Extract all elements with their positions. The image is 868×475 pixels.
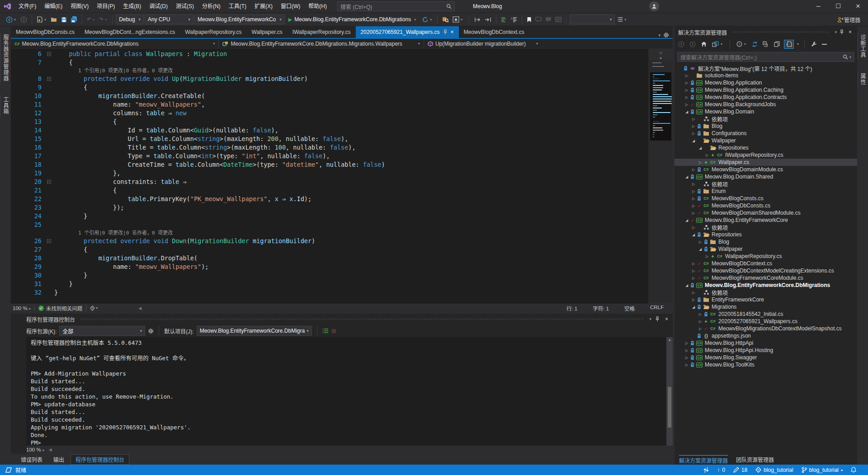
menu-item[interactable]: 分析(N)	[198, 3, 225, 9]
fold-collapse-icon[interactable]: −	[47, 180, 51, 184]
codelens-indicator[interactable]: 1 个引用|0 项更改|0 名作者，0 项更改	[11, 229, 648, 237]
code-cleanup-icon[interactable]	[90, 306, 95, 311]
chevron-expanded-icon[interactable]: ◢	[698, 247, 703, 251]
se-properties-button[interactable]	[810, 40, 818, 49]
toggle-outline-button[interactable]	[554, 14, 563, 25]
tree-item[interactable]: ▷依赖项	[675, 224, 857, 231]
chevron-right-icon[interactable]: ▷	[698, 240, 703, 244]
tree-item[interactable]: ▷依赖项	[675, 115, 857, 122]
menu-item[interactable]: 窗口(W)	[277, 3, 304, 9]
close-button[interactable]: ✕	[848, 0, 868, 13]
scroll-up-icon[interactable]: ▲	[659, 56, 662, 59]
chevron-expanded-icon[interactable]: ◢	[684, 110, 689, 114]
chevron-right-icon[interactable]: ▷	[684, 74, 689, 78]
line-ending[interactable]: CRLF	[650, 305, 664, 312]
code-line[interactable]: 10 migrationBuilder.CreateTable(	[11, 92, 648, 100]
chevron-expanded-icon[interactable]: ◢	[691, 305, 696, 309]
chevron-expanded-icon[interactable]: ◢	[698, 146, 703, 150]
account-avatar[interactable]	[649, 1, 659, 11]
code-line[interactable]: 20− constraints: table ⇒	[11, 178, 648, 186]
se-position-dropdown-icon[interactable]: ▾	[835, 30, 837, 34]
document-options-gear-icon[interactable]	[663, 32, 669, 38]
tree-item[interactable]: ▷✓C#MeowvBlogDomainSharedModule.cs	[675, 209, 857, 216]
document-tab[interactable]: Wallpaper.cs	[247, 26, 288, 38]
sidebar-tab-properties[interactable]: 属性	[858, 71, 868, 87]
chevron-right-icon[interactable]: ▷	[684, 88, 689, 92]
chevron-right-icon[interactable]: ▷	[684, 95, 689, 99]
tree-item[interactable]: ▷✓C#Meowv.Blog.BackgroundJobs	[675, 101, 857, 108]
breadcrumb-method[interactable]: Up(MigrationBuilder migrationBuilder)▾	[424, 39, 673, 48]
chevron-right-icon[interactable]: ▷	[691, 168, 696, 172]
tree-item[interactable]: ◢Repositories	[675, 231, 857, 238]
chevron-right-icon[interactable]: ▷	[691, 204, 696, 208]
fold-collapse-icon[interactable]: −	[47, 52, 51, 56]
code-line[interactable]: 24 }	[11, 212, 648, 221]
platform-dropdown[interactable]: Any CPU▾	[145, 14, 193, 24]
chevron-right-icon[interactable]: ▷	[698, 327, 703, 331]
se-pending-changes-filter-button[interactable]: ▾	[736, 40, 748, 49]
se-sync-with-active-document-button[interactable]	[784, 40, 794, 49]
hscroll-left-icon[interactable]: ◀	[138, 306, 142, 310]
chevron-right-icon[interactable]: ▷	[684, 363, 689, 367]
find-in-code-button[interactable]	[441, 14, 450, 25]
search-icon[interactable]	[446, 4, 452, 9]
tab-close-icon[interactable]: ×	[451, 29, 454, 35]
new-item-button[interactable]: ▾	[35, 14, 48, 25]
chevron-right-icon[interactable]: ▷	[691, 197, 696, 201]
panel-tab[interactable]: 错误列表	[16, 455, 47, 464]
se-close-icon[interactable]: ×	[847, 29, 854, 35]
chevron-right-icon[interactable]: ▷	[691, 117, 696, 121]
code-line[interactable]: 13 {	[11, 118, 648, 126]
tree-item[interactable]: ◢C#Meowv.Blog.Domain.Shared	[675, 173, 857, 180]
document-tab[interactable]: MeowvBlogDbCont...ngExtensions.cs	[80, 26, 180, 38]
tree-item[interactable]: ▷Blog	[675, 238, 857, 245]
code-line[interactable]: 22 table.PrimaryKey("PK_meowv_Wallpapers…	[11, 195, 648, 203]
console-scroll-thumb[interactable]	[668, 387, 671, 428]
fold-collapse-icon[interactable]: −	[47, 77, 51, 81]
chevron-expanded-icon[interactable]: ◢	[684, 175, 689, 179]
editor-scrollbar-map[interactable]: ⊹ ▲	[648, 49, 673, 304]
column-guides-button[interactable]	[466, 14, 472, 25]
pin-icon[interactable]	[655, 316, 660, 322]
git-branch-button[interactable]: blog_tutorial▴	[802, 467, 843, 473]
console-close-icon[interactable]: ×	[663, 316, 670, 322]
chevron-right-icon[interactable]: ▷	[691, 189, 696, 193]
tree-item[interactable]: ▷✓C#MeowvBlogDbContext.cs	[675, 260, 857, 267]
git-changes-button[interactable]: 18	[733, 467, 747, 473]
fold-column[interactable]: −	[47, 50, 54, 58]
empty-combo-box[interactable]: ▾	[570, 14, 615, 24]
refresh-button[interactable]: ▾	[420, 14, 434, 25]
console-zoom-dropdown[interactable]: 100 % ▾	[26, 447, 44, 452]
tree-item[interactable]: ◢✓C#Meowv.Blog.EntityFrameworkCore	[675, 216, 857, 224]
menu-item[interactable]: 视图(V)	[66, 3, 93, 9]
chevron-right-icon[interactable]: ▷	[698, 312, 703, 316]
fold-column[interactable]: −	[47, 178, 54, 186]
quick-search-box[interactable]: 搜索 (Ctrl+Q)	[337, 1, 455, 11]
se-preview-button[interactable]	[821, 40, 828, 49]
se-switch-views-button[interactable]: ▾	[711, 40, 724, 49]
chevron-right-icon[interactable]: ▷	[684, 356, 689, 360]
search-icon[interactable]	[843, 54, 848, 60]
tree-item[interactable]: ▷Blog	[675, 122, 857, 130]
chevron-right-icon[interactable]: ▷	[698, 320, 703, 324]
code-line[interactable]: 32}	[11, 288, 648, 297]
menu-item[interactable]: 调试(D)	[145, 3, 172, 9]
chevron-right-icon[interactable]: ▷	[684, 341, 689, 345]
code-line[interactable]: 6− public partial class Wallpapers : Mig…	[11, 50, 648, 58]
breadcrumb-namespace[interactable]: C# Meowv.Blog.EntityFrameworkCore.DbMigr…	[11, 39, 219, 48]
start-debug-button[interactable]: ▶ Meowv.Blog.EntityFrameworkCore.DbMigra…	[286, 14, 420, 25]
tree-item[interactable]: ∞解决方案“Meowv.Blog”(第 12 个项目，共 12 个)	[675, 65, 857, 72]
console-clear-icon[interactable]	[331, 329, 336, 334]
chevron-right-icon[interactable]: ▷	[691, 226, 696, 230]
console-list-icon[interactable]	[322, 328, 329, 334]
bookmark-button[interactable]	[525, 14, 533, 25]
panel-tab[interactable]: 输出	[49, 455, 69, 464]
console-hscroll-left-icon[interactable]: ◀	[49, 447, 52, 452]
package-settings-gear-icon[interactable]	[148, 328, 154, 334]
redo-button[interactable]: ↷▾	[98, 14, 109, 25]
chevron-right-icon[interactable]: ▷	[691, 291, 696, 295]
solution-search-box[interactable]: 搜索解决方案资源管理器(Ctrl+;) ▾	[677, 52, 854, 62]
tree-item[interactable]: ▷✓C#MeowvBlogDbContextModelCreatingExten…	[675, 267, 857, 274]
code-cleanup-dropdown-icon[interactable]: ▾	[96, 306, 98, 310]
tree-item[interactable]: ▷C#Meowv.Blog.HttpApi.Hosting	[675, 347, 857, 354]
